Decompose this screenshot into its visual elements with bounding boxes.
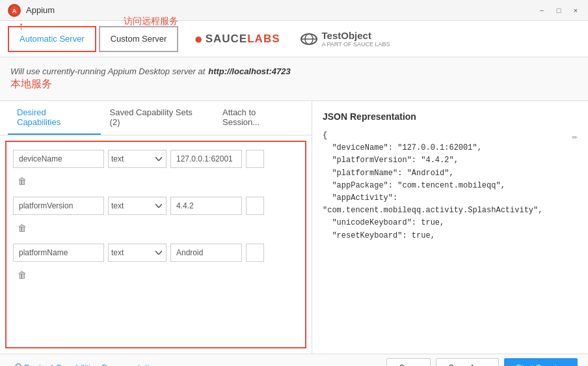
capability-extra-devicename[interactable] <box>246 150 264 168</box>
capability-extra-platformname[interactable] <box>246 244 264 262</box>
capability-value-input-platformname[interactable] <box>170 244 242 262</box>
svg-text:A: A <box>12 8 17 14</box>
titlebar: A Appium − □ × <box>0 0 588 21</box>
capability-type-select-platformname[interactable]: text <box>108 244 167 262</box>
info-bar: ↑ Will use currently-running Appium Desk… <box>0 57 588 101</box>
capability-value-input-platformversion[interactable] <box>170 197 242 215</box>
tab-custom-server[interactable]: Custom Server <box>99 26 179 52</box>
save-button[interactable]: Save <box>386 358 431 366</box>
delete-capability-platformversion-button[interactable]: 🗑 <box>14 220 30 236</box>
capability-row-platformversion: text 🗑 <box>12 194 300 236</box>
main-content: Desired Capabilities Saved Capability Se… <box>0 101 588 354</box>
delete-row-platformversion: 🗑 <box>12 220 300 236</box>
titlebar-left: A Appium <box>8 4 55 17</box>
server-tabs-bar: 访问远程服务 Automatic Server Custom Server ● … <box>0 21 588 57</box>
info-url: http://localhost:4723 <box>208 66 290 76</box>
close-button[interactable]: × <box>571 6 580 15</box>
window-controls: − □ × <box>537 6 580 15</box>
saveas-button[interactable]: Save As... <box>436 358 499 366</box>
footer: 🔗 Desired Capabilities Documentation Sav… <box>0 354 588 366</box>
app-title: Appium <box>26 5 55 15</box>
delete-row-devicename: 🗑 <box>12 173 300 189</box>
capability-type-select-devicename[interactable]: text <box>108 150 167 168</box>
capability-name-input-platformname[interactable] <box>13 244 104 262</box>
right-panel: JSON Representation { "deviceName": "127… <box>312 101 588 354</box>
tab-desired-capabilities[interactable]: Desired Capabilities <box>8 101 101 135</box>
capability-row-inputs-platformversion: text <box>12 194 300 218</box>
info-text: Will use currently-running Appium Deskto… <box>10 66 205 76</box>
capability-row-inputs-platformname: text <box>12 241 300 264</box>
capability-value-input-devicename[interactable] <box>170 150 242 168</box>
capability-tabs: Desired Capabilities Saved Capability Se… <box>0 101 312 135</box>
capability-name-input-platformversion[interactable] <box>13 197 104 215</box>
capability-type-select-platformversion[interactable]: text <box>108 197 167 215</box>
minimize-button[interactable]: − <box>537 6 546 15</box>
annotation-arrow-icon: ↑ <box>18 20 24 33</box>
footer-buttons: Save Save As... Start Session <box>386 358 578 366</box>
link-icon: 🔗 <box>10 363 21 367</box>
tab-saved-capability-sets[interactable]: Saved Capability Sets (2) <box>101 101 213 135</box>
json-edit-icon[interactable]: ✏ <box>572 130 578 144</box>
testobject-text: TestObject A PART OF SAUCE LABS <box>322 30 390 48</box>
json-representation-title: JSON Representation <box>323 111 578 122</box>
saucelabs-text: SAUCELABS <box>206 33 280 46</box>
saucelabs-logo[interactable]: ● SAUCELABS <box>194 31 280 48</box>
json-content: { "deviceName": "127.0.0.1:62001", "plat… <box>323 130 578 343</box>
delete-capability-devicename-button[interactable]: 🗑 <box>14 173 30 189</box>
annotation-local-label: 本地服务 <box>10 77 291 91</box>
capability-row-inputs-devicename: text <box>12 147 300 171</box>
saucelabs-icon: ● <box>194 31 202 48</box>
appium-logo-icon: A <box>8 4 21 17</box>
capabilities-list: text 🗑 text <box>5 141 306 348</box>
capability-row-devicename: text 🗑 <box>12 147 300 189</box>
testobject-icon <box>300 32 318 46</box>
capability-row-platformname: text 🗑 <box>12 241 300 283</box>
delete-capability-platformname-button[interactable]: 🗑 <box>14 267 30 283</box>
maximize-button[interactable]: □ <box>554 6 563 15</box>
delete-row-platformname: 🗑 <box>12 267 300 283</box>
capabilities-docs-link[interactable]: 🔗 Desired Capabilities Documentation <box>10 363 159 367</box>
left-panel: Desired Capabilities Saved Capability Se… <box>0 101 312 354</box>
capability-extra-platformversion[interactable] <box>246 197 264 215</box>
testobject-logo[interactable]: TestObject A PART OF SAUCE LABS <box>300 30 390 48</box>
json-text: { "deviceName": "127.0.0.1:62001", "plat… <box>323 130 578 242</box>
capability-name-input-devicename[interactable] <box>13 150 104 168</box>
start-session-button[interactable]: Start Session <box>504 358 578 366</box>
tab-attach-to-session[interactable]: Attach to Session... <box>213 101 304 135</box>
annotation-remote-label: 访问远程服务 <box>124 16 178 27</box>
